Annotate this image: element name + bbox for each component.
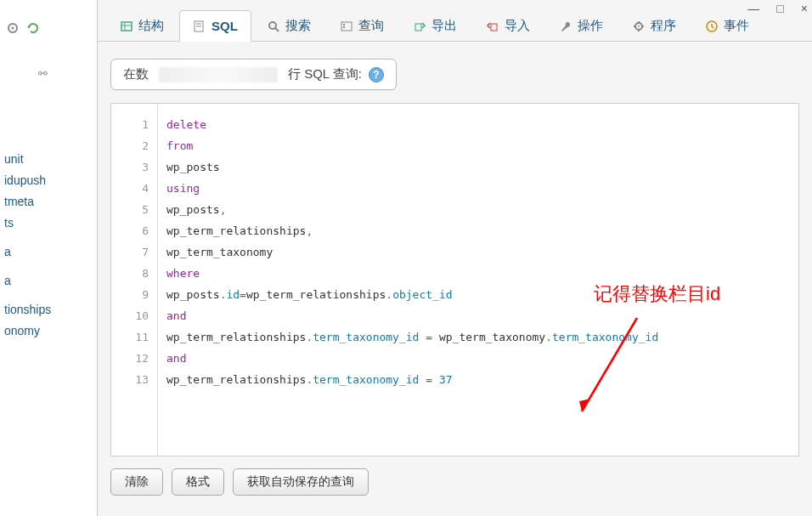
- sidebar-item[interactable]: tmeta: [4, 195, 97, 208]
- svg-point-16: [638, 26, 640, 27]
- sql-editor[interactable]: 12345678910111213 deletefromwp_postsusin…: [110, 103, 799, 456]
- content-area: 在数 行 SQL 查询: ? 12345678910111213 deletef…: [98, 42, 812, 516]
- sidebar-item[interactable]: ts: [4, 216, 97, 230]
- sidebar-item[interactable]: onomy: [4, 324, 97, 337]
- editor-buttons: 清除 格式 获取自动保存的查询: [110, 456, 799, 507]
- svg-rect-14: [491, 24, 497, 31]
- svg-rect-12: [343, 26, 345, 28]
- format-button[interactable]: 格式: [172, 468, 224, 496]
- wrench-icon: [559, 20, 572, 33]
- maximize-button[interactable]: □: [776, 2, 783, 15]
- sql-icon: [193, 20, 206, 33]
- svg-point-8: [269, 22, 276, 29]
- tab-label: 搜索: [285, 18, 311, 34]
- tab-label: 导出: [431, 18, 457, 34]
- tab-export[interactable]: 导出: [399, 10, 471, 41]
- tab-sql[interactable]: SQL: [179, 10, 251, 42]
- query-label-prefix: 在数: [123, 66, 149, 82]
- sidebar-table-list: unit idupush tmeta ts a a tionships onom…: [4, 152, 97, 345]
- code-area[interactable]: deletefromwp_postsusingwp_posts,wp_term_…: [158, 104, 658, 456]
- sidebar: ⚯ unit idupush tmeta ts a a tionships on…: [0, 0, 98, 516]
- tab-label: 操作: [578, 18, 603, 34]
- tab-label: 查询: [358, 18, 384, 34]
- svg-rect-10: [341, 22, 352, 31]
- tab-search[interactable]: 搜索: [253, 10, 324, 41]
- help-icon[interactable]: ?: [369, 67, 384, 82]
- svg-rect-2: [121, 22, 132, 31]
- sidebar-item[interactable]: a: [4, 274, 97, 287]
- tab-wrench[interactable]: 操作: [545, 10, 617, 41]
- link-icon[interactable]: ⚯: [4, 67, 97, 80]
- tab-label: 事件: [724, 18, 749, 34]
- minimize-button[interactable]: —: [747, 2, 759, 15]
- tab-label: 导入: [505, 18, 530, 34]
- tab-import[interactable]: 导入: [472, 10, 544, 41]
- gear-icon: [632, 20, 646, 33]
- tab-query[interactable]: 查询: [326, 10, 398, 41]
- sidebar-item[interactable]: unit: [4, 152, 97, 166]
- svg-rect-13: [415, 24, 421, 31]
- export-icon: [413, 20, 426, 33]
- main-pane: 结构SQL搜索查询导出导入操作程序事件 在数 行 SQL 查询: ? 12345…: [98, 0, 812, 516]
- sidebar-item[interactable]: tionships: [4, 303, 97, 316]
- clear-button[interactable]: 清除: [110, 468, 163, 496]
- tab-gear[interactable]: 程序: [618, 10, 690, 41]
- svg-rect-11: [343, 24, 345, 26]
- refresh-icon[interactable]: [26, 21, 40, 37]
- import-icon: [486, 20, 499, 33]
- autosave-button[interactable]: 获取自动保存的查询: [233, 468, 369, 496]
- query-label: 在数 行 SQL 查询: ?: [110, 59, 397, 90]
- window-controls: — □ ×: [747, 2, 808, 15]
- gear-icon[interactable]: [6, 21, 20, 37]
- redacted-dbname: [159, 67, 278, 82]
- structure-icon: [120, 20, 133, 33]
- sidebar-toolbar: [4, 21, 97, 37]
- query-icon: [340, 20, 353, 33]
- sidebar-item[interactable]: a: [4, 245, 97, 258]
- tab-bar: 结构SQL搜索查询导出导入操作程序事件: [98, 0, 812, 42]
- tab-label: 程序: [651, 18, 676, 34]
- tab-label: SQL: [211, 19, 238, 33]
- tab-structure[interactable]: 结构: [106, 10, 178, 41]
- svg-point-1: [12, 27, 14, 30]
- events-icon: [705, 20, 719, 33]
- line-gutter: 12345678910111213: [111, 104, 158, 456]
- sidebar-item[interactable]: idupush: [4, 173, 97, 187]
- tab-label: 结构: [138, 18, 164, 34]
- svg-line-9: [275, 28, 279, 31]
- search-icon: [267, 20, 280, 33]
- query-label-suffix: 行 SQL 查询:: [288, 66, 362, 82]
- close-window-button[interactable]: ×: [801, 2, 808, 15]
